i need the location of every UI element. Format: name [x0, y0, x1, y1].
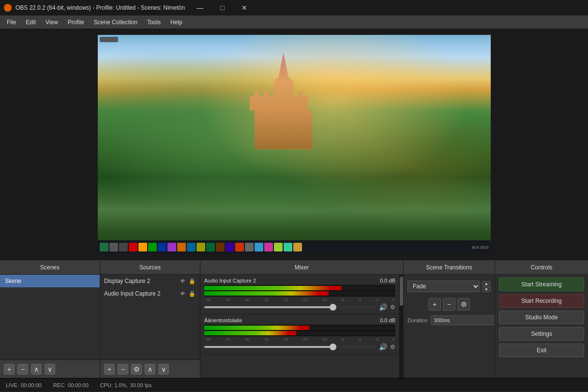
settings-button[interactable]: Settings: [499, 327, 584, 341]
volume-slider-thumb-2[interactable]: [330, 344, 336, 350]
transition-type-dropdown[interactable]: Fade Cut Swipe Slide: [407, 281, 480, 292]
volume-slider-1[interactable]: [204, 306, 376, 308]
maximize-button[interactable]: □: [211, 0, 233, 16]
meter-fill-3: [204, 326, 309, 330]
tb-icon-16: [255, 243, 263, 251]
source-name: Display Capture 2: [104, 278, 150, 284]
tb-icon-6: [158, 243, 166, 251]
menu-help[interactable]: Help: [166, 17, 187, 28]
live-status: LIVE: 00:00:00: [6, 382, 42, 388]
mixer-scrollbar[interactable]: [399, 275, 403, 378]
mute-button-2[interactable]: 🔊: [379, 343, 387, 351]
menu-scene-collection[interactable]: Scene Collection: [89, 17, 142, 28]
tb-icon-12: [216, 243, 225, 251]
start-streaming-button[interactable]: Start Streaming: [499, 278, 584, 291]
tb-icon-13: [226, 243, 234, 251]
preview-taskbar: 16.6.2013: [98, 240, 491, 254]
menu-edit[interactable]: Edit: [21, 17, 41, 28]
source-lock-icon[interactable]: 🔒: [188, 277, 196, 285]
transition-spin-down[interactable]: ▼: [482, 287, 491, 292]
transition-add-button[interactable]: +: [428, 298, 441, 311]
source-properties-button[interactable]: ⚙: [131, 364, 142, 375]
scenes-content: Skene: [0, 275, 100, 360]
volume-slider-fill-2: [204, 346, 333, 348]
source-icons: 👁 🔒: [179, 290, 196, 298]
sources-header: Sources: [100, 260, 200, 275]
live-label: LIVE:: [6, 382, 19, 388]
source-visibility-icon[interactable]: 👁: [179, 277, 186, 285]
sources-panel: Sources Display Capture 2 👁 🔒 Audio Inpu…: [100, 260, 200, 378]
scenes-footer: + − ∧ ∨: [0, 360, 100, 378]
start-recording-button[interactable]: Start Recording: [499, 294, 584, 308]
meter-scale-1: -60 -50 -40 -30 -20 -15 -10 -9 -6 -3 0: [204, 298, 395, 302]
transition-remove-button[interactable]: −: [443, 298, 455, 311]
menu-tools[interactable]: Tools: [142, 17, 166, 28]
volume-slider-2[interactable]: [204, 346, 376, 348]
close-button[interactable]: ✕: [233, 0, 256, 16]
source-lock-icon[interactable]: 🔒: [188, 290, 196, 298]
source-add-button[interactable]: +: [104, 364, 115, 375]
volume-slider-thumb-1[interactable]: [330, 304, 336, 311]
preview-scene-label: [100, 37, 118, 42]
transition-action-buttons: + − ⚙: [404, 296, 495, 313]
transition-type-row: Fade Cut Swipe Slide ▲ ▼: [407, 281, 491, 292]
tb-icon-18: [274, 243, 283, 251]
mute-button-1[interactable]: 🔊: [379, 303, 387, 311]
track-settings-button-2[interactable]: ⚙: [390, 344, 395, 350]
tb-icon-9: [187, 243, 196, 251]
tb-icon-4: [138, 243, 147, 251]
scene-add-button[interactable]: +: [4, 364, 15, 375]
source-move-up-button[interactable]: ∧: [145, 364, 155, 375]
controls-content: Start Streaming Start Recording Studio M…: [495, 275, 588, 378]
tb-clock: 16.6.2013: [471, 245, 489, 250]
statusbar: LIVE: 00:00:00 REC: 00:00:00 CPU: 1.0%, …: [0, 378, 588, 392]
source-visibility-icon[interactable]: 👁: [179, 290, 186, 298]
preview-canvas[interactable]: 16.6.2013: [98, 35, 491, 254]
mixer-track-2-header: Äänentoistolaite 0.0 dB: [204, 317, 395, 323]
minimize-button[interactable]: —: [189, 0, 211, 16]
scene-move-down-button[interactable]: ∨: [45, 364, 55, 375]
source-item-audio-input[interactable]: Audio Input Capture 2 👁 🔒: [100, 287, 200, 300]
scenes-header: Scenes: [0, 260, 100, 275]
source-remove-button[interactable]: −: [118, 364, 128, 375]
duration-row: Duration ▲ ▼: [404, 313, 495, 328]
tb-icon-8: [177, 243, 186, 251]
transition-spin-up[interactable]: ▲: [482, 281, 491, 286]
source-move-down-button[interactable]: ∨: [158, 364, 169, 375]
tb-icon-15: [245, 243, 254, 251]
fps-label: 30.00 fps: [130, 382, 151, 388]
preview-container: 16.6.2013: [0, 29, 588, 260]
menubar: File Edit View Profile Scene Collection …: [0, 16, 588, 29]
mixer-scroll-thumb[interactable]: [400, 277, 403, 306]
mixer-inner: Audio Input Capture 2 0.0 dB: [200, 275, 403, 378]
scene-move-up-button[interactable]: ∧: [31, 364, 42, 375]
studio-mode-button[interactable]: Studio Mode: [499, 311, 584, 324]
exit-button[interactable]: Exit: [499, 344, 584, 357]
mixer-meter-1: [204, 285, 395, 297]
transitions-header: Scene Transitions: [404, 260, 495, 275]
scene-remove-button[interactable]: −: [17, 364, 28, 375]
scene-item-skene[interactable]: Skene: [0, 275, 100, 287]
controls-header: Controls: [495, 260, 588, 275]
track-settings-button-1[interactable]: ⚙: [390, 304, 395, 311]
tb-icon-1: [109, 243, 118, 251]
mixer-track-1-header: Audio Input Capture 2 0.0 dB: [204, 278, 395, 283]
tb-icon-5: [148, 243, 157, 251]
titlebar-controls: — □ ✕: [189, 0, 256, 16]
transition-spinner: ▲ ▼: [482, 281, 491, 292]
transitions-content: Fade Cut Swipe Slide ▲ ▼ + − ⚙ Duration: [404, 275, 495, 378]
menu-profile[interactable]: Profile: [63, 17, 89, 28]
obs-icon: [4, 4, 12, 12]
menu-view[interactable]: View: [41, 17, 63, 28]
sources-content: Display Capture 2 👁 🔒 Audio Input Captur…: [100, 275, 200, 360]
duration-input[interactable]: [431, 315, 495, 325]
source-item-display-capture[interactable]: Display Capture 2 👁 🔒: [100, 275, 200, 287]
menu-file[interactable]: File: [2, 17, 21, 28]
transition-settings-button[interactable]: ⚙: [457, 298, 470, 311]
tb-icon-11: [206, 243, 215, 251]
rec-label: REC:: [53, 382, 66, 388]
mixer-controls-2: 🔊 ⚙: [204, 343, 395, 351]
duration-label: Duration: [407, 317, 428, 323]
mixer-track-1-db: 0.0 dB: [380, 278, 395, 283]
tb-icon-20: [293, 243, 302, 251]
